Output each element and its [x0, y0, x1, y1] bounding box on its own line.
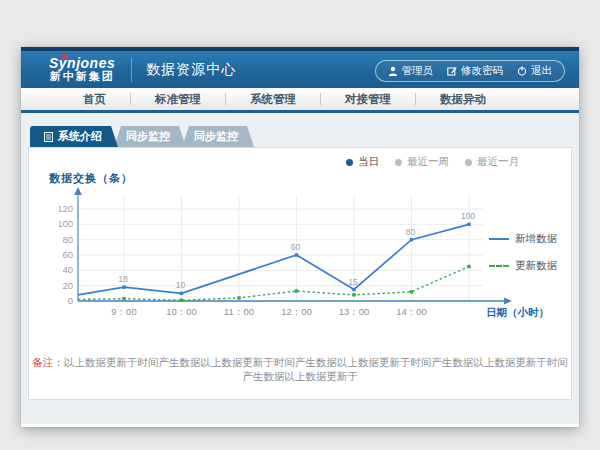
- content-area: 系统介绍 同步监控 同步监控 当日 最近一周: [21, 113, 579, 424]
- svg-text:日期（小时）: 日期（小时）: [486, 306, 549, 319]
- logo-text-cn: 新中新集团: [49, 71, 115, 83]
- svg-text:10: 10: [176, 280, 186, 290]
- user-menu: 管理员 修改密码 退出: [375, 60, 566, 82]
- svg-text:15: 15: [348, 277, 358, 287]
- chart-filter-legend: 当日 最近一周 最近一月: [346, 155, 519, 169]
- filter-last-week-label: 最近一周: [407, 155, 449, 169]
- svg-text:11：00: 11：00: [224, 306, 254, 317]
- nav-item-standard-mgmt[interactable]: 标准管理: [131, 88, 225, 110]
- svg-text:13：00: 13：00: [339, 306, 370, 317]
- svg-text:20: 20: [62, 280, 73, 291]
- header: Synjones 新中新集团 数据资源中心 管理员 修改密码: [21, 47, 579, 88]
- footnote-prefix: 备注：: [32, 356, 64, 368]
- user-menu-admin[interactable]: 管理员: [388, 64, 434, 78]
- user-menu-admin-label: 管理员: [402, 64, 434, 78]
- nav-item-system-mgmt[interactable]: 系统管理: [226, 88, 320, 110]
- logo-text-en: Synjones: [49, 56, 115, 71]
- nav-item-data-change[interactable]: 数据异动: [416, 88, 510, 110]
- solid-line-icon: [489, 238, 509, 240]
- svg-text:80: 80: [62, 234, 73, 245]
- filter-today-label: 当日: [358, 155, 379, 169]
- legend-item-updated-data[interactable]: 更新数据: [489, 259, 557, 273]
- y-axis-title: 数据交换（条）: [49, 171, 133, 186]
- filter-last-week[interactable]: 最近一周: [395, 155, 449, 169]
- svg-text:60: 60: [291, 242, 301, 252]
- svg-text:9：00: 9：00: [111, 306, 136, 317]
- svg-text:100: 100: [461, 211, 475, 221]
- tab-sync-monitor-2[interactable]: 同步监控: [182, 126, 254, 147]
- filter-last-month[interactable]: 最近一月: [465, 155, 519, 169]
- radio-dot-icon: [465, 159, 472, 166]
- user-icon: [388, 66, 398, 76]
- dashed-line-icon: [489, 265, 509, 267]
- tab-sync-monitor-2-label: 同步监控: [194, 126, 238, 147]
- header-divider: [131, 58, 132, 82]
- user-menu-logout[interactable]: 退出: [517, 64, 552, 78]
- svg-text:60: 60: [62, 249, 73, 260]
- edit-icon: [447, 66, 457, 76]
- power-icon: [517, 66, 527, 76]
- main-nav: 首页 标准管理 系统管理 对接管理 数据异动: [21, 88, 579, 113]
- svg-text:12：00: 12：00: [281, 306, 312, 317]
- tab-system-intro-label: 系统介绍: [58, 126, 102, 147]
- tab-bar: 系统介绍 同步监控 同步监控: [30, 126, 250, 147]
- svg-text:120: 120: [59, 203, 73, 214]
- footnote: 备注：以上数据更新于时间产生数据以上数据更新于时间产生数据以上数据更新于时间产生…: [29, 356, 571, 384]
- filter-last-month-label: 最近一月: [477, 155, 519, 169]
- footnote-text: 以上数据更新于时间产生数据以上数据更新于时间产生数据以上数据更新于时间产生数据以…: [64, 356, 568, 382]
- legend-item-new-data[interactable]: 新增数据: [489, 232, 557, 246]
- filter-today[interactable]: 当日: [346, 155, 379, 169]
- svg-text:40: 40: [62, 264, 73, 275]
- series-legend: 新增数据 更新数据: [489, 232, 557, 273]
- tab-system-intro[interactable]: 系统介绍: [30, 126, 118, 147]
- user-menu-logout-label: 退出: [531, 64, 552, 78]
- company-logo: Synjones 新中新集团: [49, 56, 115, 82]
- user-menu-change-password-label: 修改密码: [461, 64, 503, 78]
- nav-item-home[interactable]: 首页: [59, 88, 130, 110]
- svg-text:10：00: 10：00: [166, 306, 197, 317]
- svg-text:0: 0: [68, 295, 73, 306]
- legend-updated-data-label: 更新数据: [515, 259, 557, 273]
- document-icon: [44, 132, 53, 142]
- svg-text:80: 80: [406, 227, 416, 237]
- tab-sync-monitor-1-label: 同步监控: [126, 126, 170, 147]
- chart-panel: 当日 最近一周 最近一月 数据交换（条） 0204060801001209：00…: [28, 147, 572, 400]
- site-title: 数据资源中心: [146, 61, 236, 79]
- radio-dot-icon: [395, 159, 402, 166]
- svg-text:14：00: 14：00: [396, 306, 427, 317]
- svg-text:18: 18: [118, 274, 128, 284]
- user-menu-change-password[interactable]: 修改密码: [447, 64, 503, 78]
- tab-sync-monitor-1[interactable]: 同步监控: [114, 126, 186, 147]
- app-window: Synjones 新中新集团 数据资源中心 管理员 修改密码: [21, 47, 579, 427]
- radio-dot-icon: [346, 159, 353, 166]
- legend-new-data-label: 新增数据: [515, 232, 557, 246]
- nav-item-interface-mgmt[interactable]: 对接管理: [321, 88, 415, 110]
- svg-text:100: 100: [59, 218, 73, 229]
